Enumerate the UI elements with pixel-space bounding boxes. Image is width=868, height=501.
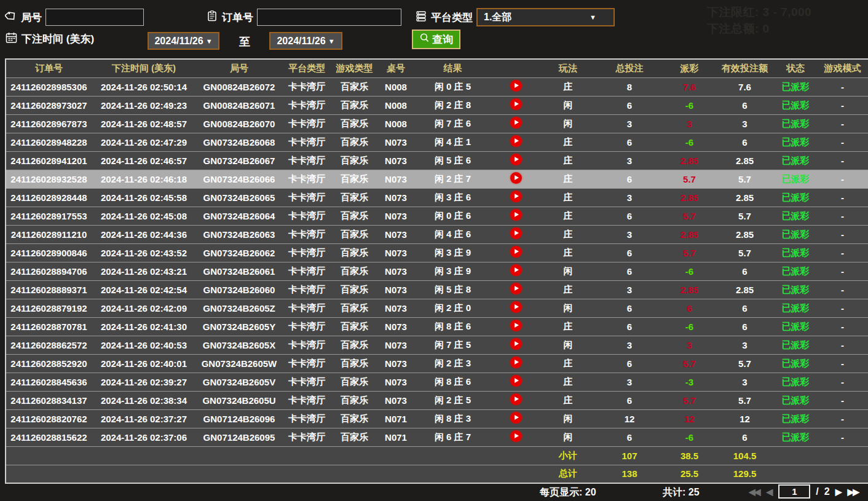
table-row[interactable]: 241126028834137 2024-11-26 02:38:34 GN07…: [6, 391, 868, 409]
search-icon: [419, 33, 430, 46]
query-button[interactable]: 查询: [412, 30, 460, 49]
prev-page-icon[interactable]: ◀: [767, 487, 773, 497]
order-no-input[interactable]: [257, 9, 401, 26]
replay-video-icon[interactable]: [510, 412, 522, 424]
cell-game-no: GN07324B26062: [196, 243, 282, 262]
cell-total-bet: 6: [596, 299, 663, 317]
cell-bet-time: 2024-11-26 02:40:01: [92, 354, 196, 373]
table-row[interactable]: 241126028973027 2024-11-26 02:49:23 GN00…: [6, 96, 868, 114]
cell-platform: 卡卡湾厅: [282, 336, 331, 354]
table-row[interactable]: 241126028967873 2024-11-26 02:48:57 GN00…: [6, 114, 868, 133]
table-row[interactable]: 241126028948228 2024-11-26 02:47:29 GN07…: [6, 133, 868, 151]
filter-bar: 局号 订单号 平台类型 1.全部 ▼ 下注时间 (美东): [0, 0, 868, 58]
cell-replay: [491, 243, 540, 262]
cell-platform: 卡卡湾厅: [282, 188, 331, 207]
replay-video-icon[interactable]: [510, 301, 522, 313]
platform-filter: 平台类型 1.全部 ▼: [415, 8, 615, 26]
chevron-down-icon: ▼: [206, 37, 213, 45]
replay-video-icon[interactable]: [510, 338, 522, 350]
play-triangle-icon: [515, 249, 519, 254]
pager-controls: ◀◀ ◀ / 2 ▶ ▶▶: [749, 484, 859, 499]
cell-bet-time: 2024-11-26 02:49:23: [92, 96, 196, 114]
column-header: 平台类型: [282, 59, 331, 77]
table-row[interactable]: 241126028941201 2024-11-26 02:46:57 GN07…: [6, 151, 868, 170]
replay-video-icon[interactable]: [510, 209, 522, 221]
platform-select-value: 1.全部: [484, 11, 511, 24]
cell-total-bet: 6: [596, 262, 663, 280]
cell-status: 已派彩: [774, 133, 817, 151]
cell-result: 闲 7 庄 5: [414, 336, 491, 354]
table-row[interactable]: 241126028985306 2024-11-26 02:50:14 GN00…: [6, 77, 868, 96]
bet-time-label: 下注时间 (美东): [22, 32, 94, 46]
replay-video-icon[interactable]: [510, 357, 522, 368]
play-triangle-icon: [515, 415, 519, 420]
cell-game-no: GN07324B2605Y: [196, 317, 282, 336]
table-row[interactable]: 241126028862572 2024-11-26 02:40:53 GN07…: [6, 336, 868, 354]
play-triangle-icon: [515, 323, 519, 328]
replay-video-icon[interactable]: [510, 117, 522, 128]
cell-valid-bet: 5.7: [716, 391, 774, 409]
cell-result: 闲 5 庄 6: [414, 151, 491, 170]
cell-game-mode: -: [817, 96, 868, 114]
cell-platform: 卡卡湾厅: [282, 243, 331, 262]
replay-video-icon[interactable]: [510, 135, 522, 147]
bet-time-filter: 下注时间 (美东): [5, 31, 94, 47]
replay-video-icon[interactable]: [510, 246, 522, 258]
cell-table-no: N008: [377, 114, 414, 133]
table-row[interactable]: 241126028845636 2024-11-26 02:39:27 GN07…: [6, 373, 868, 391]
replay-video-icon[interactable]: [510, 375, 522, 387]
cell-game-mode: -: [817, 317, 868, 336]
replay-video-icon[interactable]: [510, 393, 522, 405]
table-row[interactable]: 241126028815622 2024-11-26 02:37:06 GN07…: [6, 428, 868, 446]
table-row[interactable]: 241126028911210 2024-11-26 02:44:36 GN07…: [6, 225, 868, 243]
replay-video-icon[interactable]: [510, 98, 522, 110]
replay-video-icon[interactable]: [510, 172, 522, 184]
next-page-icon[interactable]: ▶: [835, 487, 842, 497]
cell-result: 闲 3 庄 9: [414, 243, 491, 262]
cell-bet-time: 2024-11-26 02:45:58: [92, 188, 196, 207]
replay-video-icon[interactable]: [510, 283, 522, 294]
replay-video-icon[interactable]: [510, 264, 522, 276]
last-page-icon[interactable]: ▶▶: [847, 487, 859, 497]
table-row[interactable]: 241126028889371 2024-11-26 02:42:54 GN07…: [6, 280, 868, 299]
table-row[interactable]: 241126028879192 2024-11-26 02:42:09 GN07…: [6, 299, 868, 317]
cell-payout: 5.7: [663, 243, 716, 262]
table-row[interactable]: 241126028870781 2024-11-26 02:41:30 GN07…: [6, 317, 868, 336]
cell-table-no: N073: [377, 373, 414, 391]
cell-bet-time: 2024-11-26 02:45:08: [92, 207, 196, 225]
cell-order-no: 241126028852920: [6, 354, 92, 373]
platform-label: 平台类型: [431, 10, 473, 25]
column-header: 派彩: [663, 59, 716, 77]
cell-game-mode: -: [817, 243, 868, 262]
play-triangle-icon: [515, 378, 519, 383]
replay-video-icon[interactable]: [510, 80, 522, 92]
replay-video-icon[interactable]: [510, 227, 522, 239]
cell-platform: 卡卡湾厅: [282, 373, 331, 391]
page-number-input[interactable]: [778, 484, 810, 499]
cell-game-type: 百家乐: [331, 336, 377, 354]
replay-video-icon[interactable]: [510, 430, 522, 442]
replay-video-icon[interactable]: [510, 320, 522, 331]
grand-total-row: 总计 138 25.5 129.5: [6, 465, 868, 483]
table-row[interactable]: 241126028894706 2024-11-26 02:43:21 GN07…: [6, 262, 868, 280]
table-row[interactable]: 241126028820762 2024-11-26 02:37:27 GN07…: [6, 409, 868, 428]
platform-select[interactable]: 1.全部 ▼: [476, 8, 615, 26]
cell-order-no: 241126028941201: [6, 151, 92, 170]
replay-video-icon[interactable]: [510, 191, 522, 202]
cell-replay: [491, 133, 540, 151]
first-page-icon[interactable]: ◀◀: [749, 487, 761, 497]
cell-valid-bet: 6: [716, 262, 774, 280]
replay-video-icon[interactable]: [510, 154, 522, 165]
date-from-select[interactable]: 2024/11/26 ▼: [148, 32, 219, 50]
date-to-select[interactable]: 2024/11/26 ▼: [269, 32, 342, 50]
cell-platform: 卡卡湾厅: [282, 151, 331, 170]
table-row[interactable]: 241126028917553 2024-11-26 02:45:08 GN07…: [6, 207, 868, 225]
cell-platform: 卡卡湾厅: [282, 133, 331, 151]
table-row[interactable]: 241126028932528 2024-11-26 02:46:18 GN07…: [6, 170, 868, 188]
game-no-input[interactable]: [45, 9, 144, 26]
table-row[interactable]: 241126028900846 2024-11-26 02:43:52 GN07…: [6, 243, 868, 262]
cell-replay: [491, 77, 540, 96]
cell-platform: 卡卡湾厅: [282, 170, 331, 188]
table-row[interactable]: 241126028928448 2024-11-26 02:45:58 GN07…: [6, 188, 868, 207]
table-row[interactable]: 241126028852920 2024-11-26 02:40:01 GN07…: [6, 354, 868, 373]
